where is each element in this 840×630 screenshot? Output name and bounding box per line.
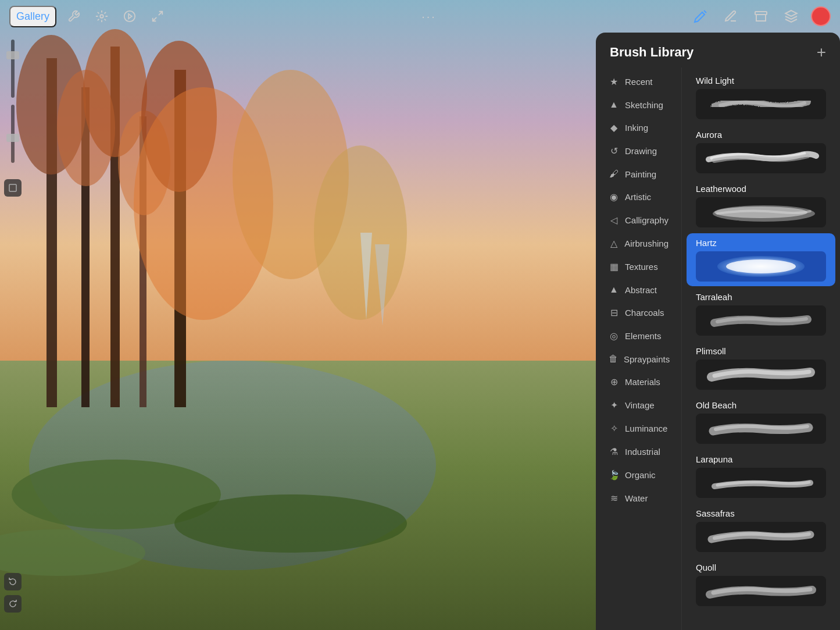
brush-item-old-beach[interactable]: Old Beach [687,396,835,449]
category-label-materials: Materials [625,377,660,387]
more-options-button[interactable]: ··· [421,10,437,23]
category-label-charcoals: Charcoals [625,308,664,318]
brush-item-aurora[interactable]: Aurora [687,125,835,178]
adjust-button[interactable] [91,6,112,27]
square-tool-button[interactable] [4,179,22,197]
opacity-thumb[interactable] [6,51,19,59]
category-icon-spraypaints: 🗑 [609,354,618,364]
brush-item-tarraleah[interactable]: Tarraleah [687,287,835,340]
category-label-organic: Organic [625,470,656,480]
size-thumb[interactable] [6,134,19,142]
category-label-airbrushing: Airbrushing [624,239,669,248]
brush-item-wild-light[interactable]: Wild Light [687,71,835,124]
svg-rect-30 [755,12,767,15]
category-list: ★ Recent ▲ Sketching ◆ Inking ↺ Drawing … [596,67,682,630]
brush-name-old-beach: Old Beach [696,400,826,410]
svg-line-28 [153,17,156,21]
category-item-industrial[interactable]: ⚗ Industrial [599,440,678,463]
svg-rect-32 [9,184,16,191]
brush-name-leatherwood: Leatherwood [696,184,826,194]
eraser-tool-button[interactable] [750,6,771,27]
svg-point-24 [174,494,407,553]
pencil-tool-button[interactable] [690,6,711,27]
category-item-water[interactable]: ≋ Water [599,487,678,510]
category-item-vintage[interactable]: ✦ Vintage [599,394,678,417]
category-item-spraypaints[interactable]: 🗑 Spraypaints [599,348,678,370]
category-item-calligraphy[interactable]: ◁ Calligraphy [599,209,678,232]
category-item-sketching[interactable]: ▲ Sketching [599,94,678,116]
category-icon-industrial: ⚗ [609,446,619,457]
smudge-tool-button[interactable] [720,6,741,27]
undo-button[interactable] [4,573,22,590]
category-icon-water: ≋ [609,493,619,504]
brush-item-larapuna[interactable]: Larapuna [687,450,835,503]
category-label-drawing: Drawing [625,146,657,156]
category-icon-abstract: ▲ [609,284,619,295]
category-icon-vintage: ✦ [609,400,619,411]
brush-item-sassafras[interactable]: Sassafras [687,504,835,557]
toolbar-center: ··· [168,10,690,23]
category-item-painting[interactable]: 🖌 Painting [599,163,678,185]
category-item-luminance[interactable]: ✧ Luminance [599,417,678,440]
brush-item-leatherwood[interactable]: Leatherwood [687,179,835,232]
wrench-button[interactable] [63,6,84,27]
category-icon-artistic: ◉ [609,191,619,202]
brush-preview-quoll [696,576,826,606]
category-label-painting: Painting [625,169,656,179]
category-item-recent[interactable]: ★ Recent [599,70,678,93]
brush-item-hartz[interactable]: Hartz [687,233,835,286]
add-brush-button[interactable]: + [817,44,826,60]
category-item-charcoals[interactable]: ⊟ Charcoals [599,301,678,324]
color-picker-button[interactable] [811,6,831,26]
brush-preview-old-beach [696,414,826,444]
category-label-abstract: Abstract [625,285,657,295]
category-item-drawing[interactable]: ↺ Drawing [599,140,678,162]
toolbar-left: Gallery [9,6,168,27]
category-item-inking[interactable]: ◆ Inking [599,116,678,139]
svg-line-29 [704,10,706,13]
category-icon-charcoals: ⊟ [609,307,619,318]
brush-name-quoll: Quoll [696,563,826,572]
gallery-button[interactable]: Gallery [9,6,56,27]
brush-name-larapuna: Larapuna [696,454,826,464]
brush-library-panel: Brush Library + ★ Recent ▲ Sketching ◆ I… [596,33,840,630]
panel-header: Brush Library + [596,33,840,67]
category-item-artistic[interactable]: ◉ Artistic [599,186,678,208]
toolbar-right [690,6,831,27]
category-icon-organic: 🍃 [609,469,619,480]
size-slider[interactable] [11,105,15,163]
opacity-slider[interactable] [11,40,15,98]
brush-name-tarraleah: Tarraleah [696,292,826,302]
transform-button[interactable] [147,6,168,27]
brush-preview-sassafras [696,522,826,552]
category-label-vintage: Vintage [625,400,655,410]
category-icon-calligraphy: ◁ [609,215,619,226]
category-item-airbrushing[interactable]: △ Airbrushing [599,232,678,255]
category-item-materials[interactable]: ⊕ Materials [599,371,678,393]
category-label-calligraphy: Calligraphy [625,215,669,225]
brush-item-plimsoll[interactable]: Plimsoll [687,341,835,394]
category-label-recent: Recent [625,77,653,87]
category-icon-sketching: ▲ [609,99,619,110]
stylize-button[interactable] [119,6,140,27]
brush-preview-leatherwood [696,197,826,227]
category-item-abstract[interactable]: ▲ Abstract [599,279,678,301]
category-item-elements[interactable]: ◎ Elements [599,325,678,347]
category-icon-inking: ◆ [609,122,619,133]
brush-preview-aurora [696,143,826,173]
undo-redo-group [4,572,22,625]
category-icon-elements: ◎ [609,330,619,341]
left-sidebar [0,33,26,630]
layers-button[interactable] [781,6,802,27]
brush-preview-larapuna [696,468,826,498]
svg-line-27 [159,12,162,15]
redo-button[interactable] [4,595,22,613]
brush-preview-tarraleah [696,305,826,336]
category-label-textures: Textures [625,262,658,272]
category-item-organic[interactable]: 🍃 Organic [599,464,678,486]
top-toolbar: Gallery ··· [0,0,840,33]
brush-item-quoll[interactable]: Quoll [687,558,835,611]
category-icon-painting: 🖌 [609,169,619,179]
svg-point-36 [726,259,796,273]
category-item-textures[interactable]: ▦ Textures [599,255,678,278]
